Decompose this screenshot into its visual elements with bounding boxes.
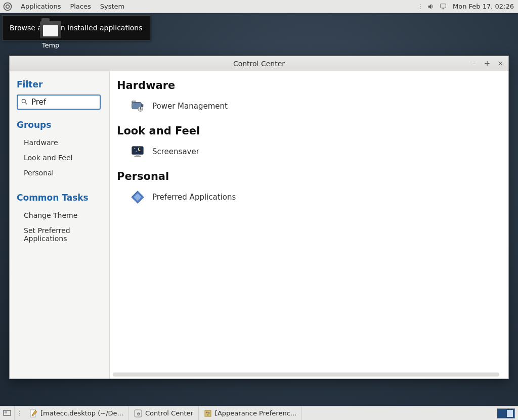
taskbar-item-label: Control Center [145,409,193,417]
folder-icon [40,21,61,38]
desktop-icon-temp[interactable]: Temp [35,21,66,49]
group-personal[interactable]: Personal [17,165,102,180]
distro-logo-icon [2,1,13,12]
section-heading-look-and-feel: Look and Feel [117,125,501,137]
menu-places[interactable]: Places [65,1,95,12]
item-power-management[interactable]: Power Management [117,98,501,121]
taskbar-item-appearance[interactable]: [Appearance Preferenc... [199,406,302,420]
item-preferred-applications[interactable]: Preferred Applications [117,189,501,212]
task-change-theme[interactable]: Change Theme [17,208,102,223]
svg-rect-20 [5,411,7,413]
common-tasks-heading: Common Tasks [17,193,102,203]
svg-rect-14 [136,155,140,156]
item-label: Screensaver [152,147,199,156]
screensaver-icon [130,144,145,159]
svg-point-27 [207,414,208,415]
desktop-icon-label: Temp [35,41,66,49]
volume-icon[interactable] [426,2,436,11]
group-look-and-feel[interactable]: Look and Feel [17,150,102,165]
clock[interactable]: Mon Feb 17, 02:26 [451,3,514,10]
filter-heading: Filter [17,79,102,89]
tray-handle-icon: ⋮ [418,4,423,9]
svg-point-12 [134,148,135,149]
show-desktop-button[interactable] [0,406,15,420]
group-hardware[interactable]: Hardware [17,135,102,150]
control-center-window: Control Center – + × Filter Groups Hardw… [9,56,509,379]
filter-search[interactable] [17,95,101,110]
menu-applications[interactable]: Applications [16,1,65,12]
window-minimize-button[interactable]: – [469,58,479,68]
svg-point-11 [139,147,143,151]
show-desktop-icon [3,409,11,417]
workspace-switcher[interactable] [497,408,515,418]
content-area: Hardware Power Management Look and Feel [110,71,508,379]
groups-heading: Groups [17,120,102,130]
taskbar-item-editor[interactable]: [matecc.desktop (~/De... [24,406,129,420]
taskbar-item-control-center[interactable]: ⚙ Control Center [129,406,199,420]
svg-point-1 [6,5,10,8]
svg-rect-3 [443,8,444,9]
svg-point-26 [208,412,209,413]
taskbar-item-label: [matecc.desktop (~/De... [40,409,123,417]
text-editor-icon [29,409,37,417]
svg-rect-2 [441,4,446,8]
horizontal-scrollbar[interactable] [113,372,499,377]
svg-rect-15 [134,156,141,157]
task-set-preferred-apps[interactable]: Set Preferred Applications [17,223,102,246]
control-center-icon: ⚙ [134,409,142,417]
window-titlebar[interactable]: Control Center – + × [10,56,508,71]
network-icon[interactable] [439,2,448,11]
svg-point-4 [22,99,25,103]
workspace-window-icon [507,410,513,417]
power-management-icon [130,99,145,114]
sidebar: Filter Groups Hardware Look and Feel Per… [10,71,110,379]
top-panel: Applications Places System ⋮ Mon Feb 17,… [0,0,518,13]
panel-separator-icon: ⋮ [15,410,24,416]
search-icon [21,98,28,107]
svg-rect-7 [142,104,144,107]
section-heading-personal: Personal [117,170,501,182]
svg-point-13 [136,151,137,152]
bottom-panel: ⋮ [matecc.desktop (~/De... ⚙ Control Cen… [0,406,518,420]
svg-text:⚙: ⚙ [136,412,140,416]
appearance-icon [204,409,212,417]
applications-tooltip: Browse and run installed applications [2,15,150,40]
section-heading-hardware: Hardware [117,79,501,91]
window-title: Control Center [10,60,508,68]
taskbar-item-label: [Appearance Preferenc... [215,409,296,417]
item-screensaver[interactable]: Screensaver [117,143,501,166]
menu-system[interactable]: System [96,1,129,12]
svg-point-25 [206,411,207,413]
window-maximize-button[interactable]: + [482,58,492,68]
svg-point-0 [4,3,12,10]
item-label: Power Management [152,102,228,111]
item-label: Preferred Applications [152,193,236,202]
system-tray: ⋮ Mon Feb 17, 02:26 [418,2,518,11]
window-close-button[interactable]: × [495,58,505,68]
svg-line-5 [25,102,27,104]
preferred-applications-icon [130,190,145,205]
